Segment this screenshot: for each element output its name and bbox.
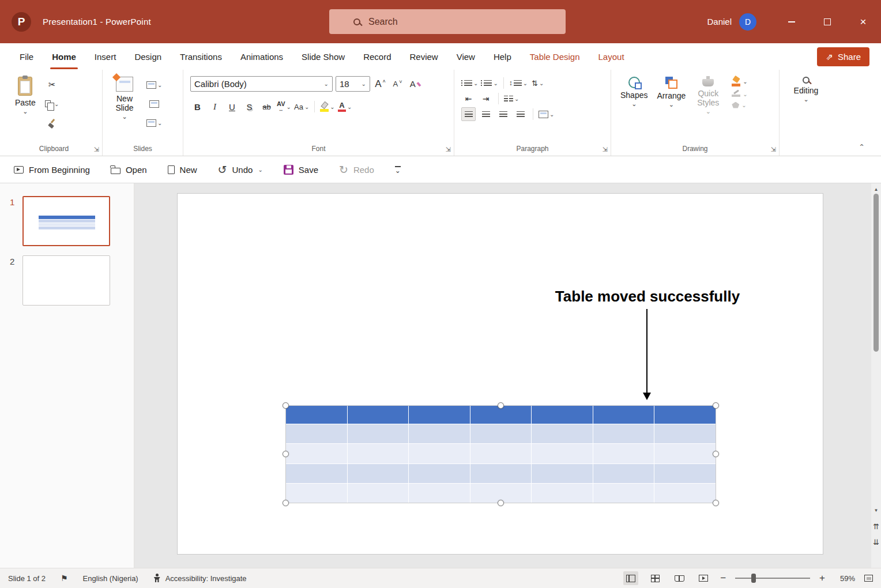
fit-slide-to-window-button[interactable] [864,575,873,582]
tab-review[interactable]: Review [409,44,439,69]
table-cell[interactable] [532,424,593,443]
table-cell[interactable] [348,424,409,443]
vertical-scrollbar[interactable]: ▲ ▼ ⇈ ⇊ [871,183,881,568]
tab-slide-show[interactable]: Slide Show [301,44,345,69]
table-cell[interactable] [286,484,347,503]
line-spacing-button[interactable]: ↕⌄ [509,76,528,90]
tab-insert[interactable]: Insert [94,44,117,69]
font-color-button[interactable]: A⌄ [338,100,352,114]
table-cell[interactable] [286,424,347,443]
section-button[interactable]: ⌄ [146,116,162,130]
table-cell[interactable] [409,484,470,503]
numbering-button[interactable]: ⌄ [481,76,498,90]
resize-handle-top-right[interactable] [713,402,719,409]
shapes-button[interactable]: Shapes ⌄ [616,74,652,142]
editing-button[interactable]: Editing ⌄ [784,74,828,104]
table-cell[interactable] [409,464,470,483]
align-center-button[interactable] [479,107,493,121]
minimize-button[interactable] [774,0,810,43]
align-left-button[interactable] [461,107,476,121]
underline-button[interactable]: U [225,100,239,114]
reading-view-button[interactable] [672,571,687,585]
arrange-button[interactable]: Arrange ⌄ [652,74,690,142]
table-cell[interactable] [654,424,716,443]
columns-button[interactable]: ⌄ [504,92,519,105]
format-painter-button[interactable] [45,116,59,130]
collapse-ribbon-button[interactable]: ⌄ [859,142,865,151]
table-cell[interactable] [409,444,470,463]
resize-handle-middle-right[interactable] [713,451,719,457]
table-cell[interactable] [532,444,593,463]
normal-view-button[interactable] [623,571,638,585]
next-slide-button[interactable]: ⇊ [871,538,881,546]
accessibility-status[interactable]: Accessibility: Investigate [153,574,247,583]
slide-annotation-text[interactable]: Table moved successfully [555,288,740,306]
scroll-up-arrow-icon[interactable]: ▲ [871,187,881,192]
user-name[interactable]: Daniel [707,17,732,27]
decrease-font-size-button[interactable]: A˅ [390,77,405,91]
selected-table[interactable] [286,406,716,503]
table-cell[interactable] [348,484,409,503]
slide-editing-surface[interactable]: Table moved successfully [177,193,823,555]
previous-slide-button[interactable]: ⇈ [871,522,881,531]
tab-file[interactable]: File [19,44,34,69]
maximize-button[interactable] [810,0,845,43]
table-header-cell[interactable] [286,406,347,424]
table-cell[interactable] [532,484,593,503]
save-button[interactable]: Save [284,165,318,175]
text-shadow-button[interactable]: S [242,100,257,114]
user-avatar[interactable]: D [739,13,756,31]
table-header-cell[interactable] [593,406,654,424]
scroll-down-arrow-icon[interactable]: ▼ [871,508,881,513]
table-cell[interactable] [470,464,532,483]
table-cell[interactable] [348,464,409,483]
quick-styles-button[interactable]: Quick Styles ⌄ [690,74,726,142]
resize-handle-bottom-left[interactable] [283,500,289,506]
table-cell[interactable] [593,484,654,503]
font-dialog-launcher[interactable]: ⇲ [446,146,451,153]
shape-fill-button[interactable]: ⌄ [732,77,747,86]
slide-thumbnail-2[interactable] [22,255,110,306]
zoom-out-button[interactable]: − [720,572,726,584]
resize-handle-top-left[interactable] [283,402,289,409]
spell-check-status[interactable]: ⚑ [61,574,68,583]
tab-animations[interactable]: Animations [240,44,284,69]
slide-sorter-view-button[interactable] [647,571,662,585]
table-cell[interactable] [286,464,347,483]
from-beginning-button[interactable]: From Beginning [14,165,90,175]
paragraph-dialog-launcher[interactable]: ⇲ [603,146,608,153]
resize-handle-top-middle[interactable] [498,402,504,409]
tab-home[interactable]: Home [51,44,77,69]
table-cell[interactable] [593,444,654,463]
align-right-button[interactable] [496,107,510,121]
font-size-combobox[interactable]: 18 ⌄ [336,76,370,92]
table-cell[interactable] [348,444,409,463]
slide-layout-button[interactable]: ⌄ [146,78,162,92]
table-cell[interactable] [654,444,716,463]
undo-button[interactable]: ↺ Undo ⌄ [218,164,263,175]
search-box[interactable]: Search [329,9,566,34]
increase-indent-button[interactable]: ⇥ [479,92,493,105]
decrease-indent-button[interactable]: ⇤ [461,92,476,105]
text-highlight-color-button[interactable]: ⌄ [320,100,334,114]
resize-handle-bottom-middle[interactable] [498,500,504,506]
table-cell[interactable] [654,484,716,503]
convert-to-smartart-button[interactable]: ⌄ [539,107,554,121]
zoom-slider[interactable] [735,578,810,579]
tab-layout[interactable]: Layout [598,44,625,69]
table-cell[interactable] [470,444,532,463]
tab-view[interactable]: View [456,44,476,69]
character-spacing-button[interactable]: AV↔⌄ [277,100,291,114]
resize-handle-middle-left[interactable] [283,451,289,457]
powerpoint-logo-icon[interactable]: P [12,12,31,32]
resize-handle-bottom-right[interactable] [713,500,719,506]
clipboard-dialog-launcher[interactable]: ⇲ [94,146,99,153]
new-button[interactable]: New [168,165,197,175]
copy-button[interactable]: ⌄ [45,97,59,111]
customize-quick-toolbar-button[interactable]: ⌄ [395,166,401,172]
table-cell[interactable] [470,424,532,443]
strikethrough-button[interactable]: ab [259,100,274,114]
table-header-cell[interactable] [654,406,716,424]
table-cell[interactable] [532,464,593,483]
table-cell[interactable] [654,464,716,483]
